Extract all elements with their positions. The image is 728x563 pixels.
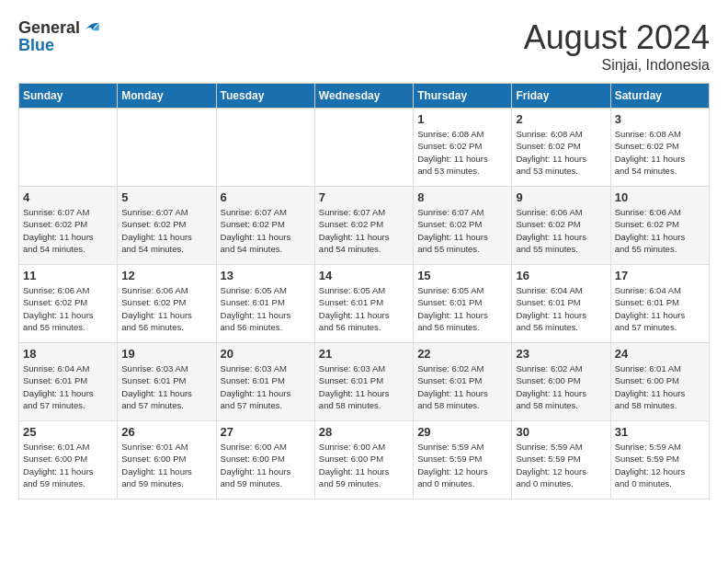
day-number: 22	[417, 347, 507, 361]
cell-info: Sunrise: 6:04 AM Sunset: 6:01 PM Dayligh…	[615, 284, 705, 333]
cell-info: Sunrise: 6:05 AM Sunset: 6:01 PM Dayligh…	[417, 284, 507, 333]
cell-info: Sunrise: 6:02 AM Sunset: 6:00 PM Dayligh…	[516, 362, 606, 411]
calendar-cell: 22Sunrise: 6:02 AM Sunset: 6:01 PM Dayli…	[414, 343, 512, 421]
day-number: 23	[516, 347, 606, 361]
calendar-cell: 30Sunrise: 5:59 AM Sunset: 5:59 PM Dayli…	[512, 421, 610, 500]
calendar-cell: 6Sunrise: 6:07 AM Sunset: 6:02 PM Daylig…	[216, 187, 314, 265]
calendar-cell: 13Sunrise: 6:05 AM Sunset: 6:01 PM Dayli…	[216, 265, 314, 343]
week-row-3: 11Sunrise: 6:06 AM Sunset: 6:02 PM Dayli…	[19, 265, 710, 343]
header-tuesday: Tuesday	[216, 84, 314, 109]
calendar-cell: 26Sunrise: 6:01 AM Sunset: 6:00 PM Dayli…	[118, 421, 216, 500]
header-thursday: Thursday	[414, 84, 512, 109]
day-number: 30	[516, 425, 606, 439]
calendar-cell: 23Sunrise: 6:02 AM Sunset: 6:00 PM Dayli…	[512, 343, 610, 421]
day-number: 28	[319, 425, 409, 439]
logo-blue: Blue	[18, 37, 100, 53]
day-number: 15	[417, 269, 507, 282]
cell-info: Sunrise: 6:06 AM Sunset: 6:02 PM Dayligh…	[615, 206, 705, 255]
calendar-cell: 9Sunrise: 6:06 AM Sunset: 6:02 PM Daylig…	[512, 187, 610, 265]
calendar-cell: 31Sunrise: 5:59 AM Sunset: 5:59 PM Dayli…	[610, 421, 709, 500]
cell-info: Sunrise: 6:01 AM Sunset: 6:00 PM Dayligh…	[121, 441, 211, 489]
cell-info: Sunrise: 6:07 AM Sunset: 6:02 PM Dayligh…	[319, 206, 409, 255]
cell-info: Sunrise: 6:06 AM Sunset: 6:02 PM Dayligh…	[516, 206, 606, 255]
cell-info: Sunrise: 6:04 AM Sunset: 6:01 PM Dayligh…	[516, 284, 606, 333]
cell-info: Sunrise: 6:07 AM Sunset: 6:02 PM Dayligh…	[23, 206, 113, 255]
calendar-cell: 19Sunrise: 6:03 AM Sunset: 6:01 PM Dayli…	[118, 343, 216, 421]
calendar-cell: 8Sunrise: 6:07 AM Sunset: 6:02 PM Daylig…	[414, 187, 512, 265]
day-number: 7	[319, 190, 409, 204]
calendar-cell: 4Sunrise: 6:07 AM Sunset: 6:02 PM Daylig…	[19, 187, 118, 265]
cell-info: Sunrise: 6:03 AM Sunset: 6:01 PM Dayligh…	[319, 362, 409, 411]
cell-info: Sunrise: 6:03 AM Sunset: 6:01 PM Dayligh…	[221, 362, 311, 411]
header-friday: Friday	[512, 84, 610, 109]
calendar-cell: 20Sunrise: 6:03 AM Sunset: 6:01 PM Dayli…	[216, 343, 314, 421]
calendar-cell	[19, 109, 118, 187]
day-number: 25	[23, 425, 113, 439]
calendar-cell: 27Sunrise: 6:00 AM Sunset: 6:00 PM Dayli…	[216, 421, 314, 500]
day-number: 1	[417, 112, 507, 126]
cell-info: Sunrise: 6:07 AM Sunset: 6:02 PM Dayligh…	[417, 206, 507, 255]
cell-info: Sunrise: 6:01 AM Sunset: 6:00 PM Dayligh…	[615, 362, 705, 411]
day-number: 13	[221, 269, 311, 282]
cell-info: Sunrise: 6:02 AM Sunset: 6:01 PM Dayligh…	[417, 362, 507, 411]
day-number: 10	[615, 190, 705, 204]
day-number: 14	[319, 269, 409, 282]
calendar-cell: 11Sunrise: 6:06 AM Sunset: 6:02 PM Dayli…	[19, 265, 118, 343]
calendar-cell: 3Sunrise: 6:08 AM Sunset: 6:02 PM Daylig…	[610, 109, 709, 187]
cell-info: Sunrise: 6:05 AM Sunset: 6:01 PM Dayligh…	[221, 284, 311, 333]
location-subtitle: Sinjai, Indonesia	[524, 57, 710, 74]
calendar-cell: 25Sunrise: 6:01 AM Sunset: 6:00 PM Dayli…	[19, 421, 118, 500]
day-number: 21	[319, 347, 409, 361]
cell-info: Sunrise: 6:00 AM Sunset: 6:00 PM Dayligh…	[319, 441, 409, 489]
calendar-cell: 17Sunrise: 6:04 AM Sunset: 6:01 PM Dayli…	[610, 265, 709, 343]
week-row-5: 25Sunrise: 6:01 AM Sunset: 6:00 PM Dayli…	[19, 421, 710, 500]
week-row-4: 18Sunrise: 6:04 AM Sunset: 6:01 PM Dayli…	[19, 343, 710, 421]
day-number: 9	[516, 190, 606, 204]
header-sunday: Sunday	[19, 84, 118, 109]
cell-info: Sunrise: 6:06 AM Sunset: 6:02 PM Dayligh…	[23, 284, 113, 333]
cell-info: Sunrise: 6:08 AM Sunset: 6:02 PM Dayligh…	[417, 128, 507, 177]
day-number: 4	[23, 190, 113, 204]
cell-info: Sunrise: 6:00 AM Sunset: 6:00 PM Dayligh…	[221, 441, 311, 489]
calendar-cell	[216, 109, 314, 187]
month-year-title: August 2024	[524, 18, 710, 57]
logo: General Blue	[18, 18, 100, 53]
cell-info: Sunrise: 6:07 AM Sunset: 6:02 PM Dayligh…	[121, 206, 211, 255]
day-number: 5	[121, 190, 211, 204]
calendar-header-row: SundayMondayTuesdayWednesdayThursdayFrid…	[19, 84, 710, 109]
calendar-cell: 14Sunrise: 6:05 AM Sunset: 6:01 PM Dayli…	[314, 265, 413, 343]
calendar-cell	[314, 109, 413, 187]
calendar-cell: 7Sunrise: 6:07 AM Sunset: 6:02 PM Daylig…	[314, 187, 413, 265]
calendar-table: SundayMondayTuesdayWednesdayThursdayFrid…	[18, 83, 710, 500]
week-row-2: 4Sunrise: 6:07 AM Sunset: 6:02 PM Daylig…	[19, 187, 710, 265]
calendar-cell: 28Sunrise: 6:00 AM Sunset: 6:00 PM Dayli…	[314, 421, 413, 500]
calendar-cell: 5Sunrise: 6:07 AM Sunset: 6:02 PM Daylig…	[118, 187, 216, 265]
cell-info: Sunrise: 6:08 AM Sunset: 6:02 PM Dayligh…	[516, 128, 606, 177]
cell-info: Sunrise: 6:05 AM Sunset: 6:01 PM Dayligh…	[319, 284, 409, 333]
day-number: 8	[417, 190, 507, 204]
day-number: 11	[23, 269, 113, 282]
logo-general: General	[18, 19, 80, 36]
day-number: 6	[221, 190, 311, 204]
cell-info: Sunrise: 5:59 AM Sunset: 5:59 PM Dayligh…	[516, 441, 606, 489]
day-number: 17	[615, 269, 705, 282]
day-number: 26	[121, 425, 211, 439]
logo-bird-icon	[82, 18, 100, 37]
cell-info: Sunrise: 6:01 AM Sunset: 6:00 PM Dayligh…	[23, 441, 113, 489]
calendar-cell: 18Sunrise: 6:04 AM Sunset: 6:01 PM Dayli…	[19, 343, 118, 421]
title-block: August 2024 Sinjai, Indonesia	[524, 18, 710, 74]
cell-info: Sunrise: 6:08 AM Sunset: 6:02 PM Dayligh…	[615, 128, 705, 177]
cell-info: Sunrise: 6:07 AM Sunset: 6:02 PM Dayligh…	[221, 206, 311, 255]
header-saturday: Saturday	[610, 84, 709, 109]
calendar-cell: 29Sunrise: 5:59 AM Sunset: 5:59 PM Dayli…	[414, 421, 512, 500]
calendar-cell	[118, 109, 216, 187]
calendar-cell: 16Sunrise: 6:04 AM Sunset: 6:01 PM Dayli…	[512, 265, 610, 343]
header-monday: Monday	[118, 84, 216, 109]
calendar-cell: 24Sunrise: 6:01 AM Sunset: 6:00 PM Dayli…	[610, 343, 709, 421]
cell-info: Sunrise: 6:04 AM Sunset: 6:01 PM Dayligh…	[23, 362, 113, 411]
day-number: 3	[615, 112, 705, 126]
day-number: 18	[23, 347, 113, 361]
day-number: 24	[615, 347, 705, 361]
cell-info: Sunrise: 6:03 AM Sunset: 6:01 PM Dayligh…	[121, 362, 211, 411]
day-number: 20	[221, 347, 311, 361]
